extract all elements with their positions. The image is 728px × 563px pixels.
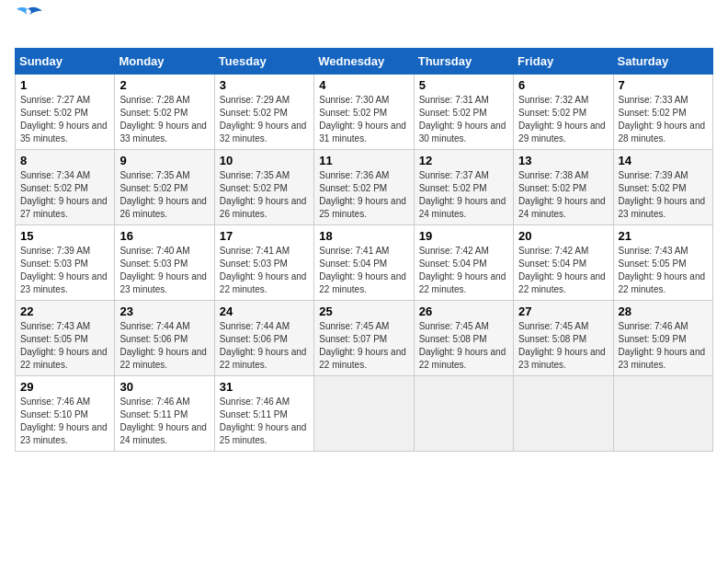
logo-bird-icon	[11, 2, 44, 35]
day-number: 2	[119, 78, 209, 92]
calendar-cell: 10 Sunrise: 7:35 AM Sunset: 5:02 PM Dayl…	[214, 150, 313, 225]
day-detail: Sunrise: 7:45 AM Sunset: 5:08 PM Dayligh…	[419, 321, 506, 370]
day-number: 28	[619, 304, 708, 318]
day-detail: Sunrise: 7:46 AM Sunset: 5:10 PM Dayligh…	[20, 396, 108, 445]
day-detail: Sunrise: 7:33 AM Sunset: 5:02 PM Dayligh…	[619, 95, 706, 144]
day-number: 18	[319, 229, 408, 243]
calendar-cell: 18 Sunrise: 7:41 AM Sunset: 5:04 PM Dayl…	[314, 225, 414, 301]
column-headers: SundayMondayTuesdayWednesdayThursdayFrid…	[16, 49, 713, 75]
day-detail: Sunrise: 7:46 AM Sunset: 5:11 PM Dayligh…	[220, 396, 307, 445]
day-detail: Sunrise: 7:44 AM Sunset: 5:06 PM Dayligh…	[119, 321, 207, 370]
day-number: 31	[220, 380, 309, 394]
day-number: 23	[119, 304, 209, 318]
day-detail: Sunrise: 7:39 AM Sunset: 5:02 PM Dayligh…	[619, 170, 706, 219]
calendar-cell: 20 Sunrise: 7:42 AM Sunset: 5:04 PM Dayl…	[514, 225, 613, 301]
day-detail: Sunrise: 7:42 AM Sunset: 5:04 PM Dayligh…	[518, 246, 606, 294]
col-header-sunday: Sunday	[16, 49, 115, 75]
day-detail: Sunrise: 7:35 AM Sunset: 5:02 PM Dayligh…	[220, 170, 307, 219]
calendar-cell: 5 Sunrise: 7:31 AM Sunset: 5:02 PM Dayli…	[414, 75, 513, 150]
day-detail: Sunrise: 7:41 AM Sunset: 5:03 PM Dayligh…	[220, 246, 307, 294]
day-number: 30	[119, 380, 209, 394]
day-number: 29	[20, 380, 109, 394]
calendar-cell: 8 Sunrise: 7:34 AM Sunset: 5:02 PM Dayli…	[16, 150, 115, 225]
day-detail: Sunrise: 7:43 AM Sunset: 5:05 PM Dayligh…	[619, 246, 706, 294]
day-detail: Sunrise: 7:44 AM Sunset: 5:06 PM Dayligh…	[220, 321, 307, 370]
week-row-5: 29 Sunrise: 7:46 AM Sunset: 5:10 PM Dayl…	[16, 376, 713, 452]
calendar-cell: 1 Sunrise: 7:27 AM Sunset: 5:02 PM Dayli…	[16, 75, 115, 150]
calendar-cell: 7 Sunrise: 7:33 AM Sunset: 5:02 PM Dayli…	[613, 75, 712, 150]
calendar-cell: 31 Sunrise: 7:46 AM Sunset: 5:11 PM Dayl…	[214, 376, 313, 452]
day-detail: Sunrise: 7:34 AM Sunset: 5:02 PM Dayligh…	[20, 170, 108, 219]
day-number: 27	[518, 304, 608, 318]
day-detail: Sunrise: 7:31 AM Sunset: 5:02 PM Dayligh…	[419, 95, 506, 144]
day-number: 11	[319, 154, 408, 167]
day-detail: Sunrise: 7:37 AM Sunset: 5:02 PM Dayligh…	[419, 170, 506, 219]
day-number: 7	[619, 78, 708, 92]
day-detail: Sunrise: 7:39 AM Sunset: 5:03 PM Dayligh…	[20, 246, 108, 294]
calendar-cell: 30 Sunrise: 7:46 AM Sunset: 5:11 PM Dayl…	[115, 376, 214, 452]
calendar-cell: 27 Sunrise: 7:45 AM Sunset: 5:08 PM Dayl…	[514, 301, 613, 376]
calendar-table: SundayMondayTuesdayWednesdayThursdayFrid…	[15, 48, 713, 452]
col-header-monday: Monday	[115, 49, 214, 75]
day-detail: Sunrise: 7:45 AM Sunset: 5:08 PM Dayligh…	[518, 321, 606, 370]
day-number: 25	[319, 304, 408, 318]
calendar-cell: 9 Sunrise: 7:35 AM Sunset: 5:02 PM Dayli…	[115, 150, 214, 225]
day-number: 8	[20, 154, 109, 167]
calendar-cell: 13 Sunrise: 7:38 AM Sunset: 5:02 PM Dayl…	[514, 150, 613, 225]
calendar-cell	[613, 376, 712, 452]
day-detail: Sunrise: 7:32 AM Sunset: 5:02 PM Dayligh…	[518, 95, 606, 144]
day-detail: Sunrise: 7:38 AM Sunset: 5:02 PM Dayligh…	[518, 170, 606, 219]
day-number: 5	[419, 78, 508, 92]
calendar-cell	[314, 376, 414, 452]
day-detail: Sunrise: 7:42 AM Sunset: 5:04 PM Dayligh…	[419, 246, 506, 294]
col-header-thursday: Thursday	[414, 49, 513, 75]
day-number: 17	[220, 229, 309, 243]
calendar-cell: 22 Sunrise: 7:43 AM Sunset: 5:05 PM Dayl…	[16, 301, 115, 376]
day-detail: Sunrise: 7:46 AM Sunset: 5:09 PM Dayligh…	[619, 321, 706, 370]
day-number: 12	[419, 154, 508, 167]
calendar-cell: 17 Sunrise: 7:41 AM Sunset: 5:03 PM Dayl…	[214, 225, 313, 301]
day-number: 16	[119, 229, 209, 243]
calendar-cell: 2 Sunrise: 7:28 AM Sunset: 5:02 PM Dayli…	[115, 75, 214, 150]
day-detail: Sunrise: 7:41 AM Sunset: 5:04 PM Dayligh…	[319, 246, 406, 294]
week-row-3: 15 Sunrise: 7:39 AM Sunset: 5:03 PM Dayl…	[16, 225, 713, 301]
day-detail: Sunrise: 7:29 AM Sunset: 5:02 PM Dayligh…	[220, 95, 307, 144]
day-number: 19	[419, 229, 508, 243]
calendar-cell: 12 Sunrise: 7:37 AM Sunset: 5:02 PM Dayl…	[414, 150, 513, 225]
calendar-cell	[414, 376, 513, 452]
day-number: 9	[119, 154, 209, 167]
calendar-cell: 29 Sunrise: 7:46 AM Sunset: 5:10 PM Dayl…	[16, 376, 115, 452]
day-number: 14	[619, 154, 708, 167]
calendar-cell: 23 Sunrise: 7:44 AM Sunset: 5:06 PM Dayl…	[115, 301, 214, 376]
day-number: 20	[518, 229, 608, 243]
day-detail: Sunrise: 7:35 AM Sunset: 5:02 PM Dayligh…	[119, 170, 207, 219]
day-detail: Sunrise: 7:36 AM Sunset: 5:02 PM Dayligh…	[319, 170, 406, 219]
day-number: 21	[619, 229, 708, 243]
calendar-cell: 6 Sunrise: 7:32 AM Sunset: 5:02 PM Dayli…	[514, 75, 613, 150]
week-row-2: 8 Sunrise: 7:34 AM Sunset: 5:02 PM Dayli…	[16, 150, 713, 225]
calendar-cell: 21 Sunrise: 7:43 AM Sunset: 5:05 PM Dayl…	[613, 225, 712, 301]
day-number: 24	[220, 304, 309, 318]
day-detail: Sunrise: 7:28 AM Sunset: 5:02 PM Dayligh…	[119, 95, 207, 144]
day-detail: Sunrise: 7:43 AM Sunset: 5:05 PM Dayligh…	[20, 321, 108, 370]
calendar-cell: 24 Sunrise: 7:44 AM Sunset: 5:06 PM Dayl…	[214, 301, 313, 376]
calendar-cell: 11 Sunrise: 7:36 AM Sunset: 5:02 PM Dayl…	[314, 150, 414, 225]
day-number: 3	[220, 78, 309, 92]
page-header	[15, 15, 713, 39]
week-row-4: 22 Sunrise: 7:43 AM Sunset: 5:05 PM Dayl…	[16, 301, 713, 376]
calendar-cell: 15 Sunrise: 7:39 AM Sunset: 5:03 PM Dayl…	[16, 225, 115, 301]
day-detail: Sunrise: 7:27 AM Sunset: 5:02 PM Dayligh…	[20, 95, 108, 144]
day-number: 6	[518, 78, 608, 92]
col-header-saturday: Saturday	[613, 49, 712, 75]
calendar-cell: 25 Sunrise: 7:45 AM Sunset: 5:07 PM Dayl…	[314, 301, 414, 376]
logo	[15, 15, 44, 39]
day-detail: Sunrise: 7:30 AM Sunset: 5:02 PM Dayligh…	[319, 95, 406, 144]
calendar-cell: 3 Sunrise: 7:29 AM Sunset: 5:02 PM Dayli…	[214, 75, 313, 150]
day-number: 22	[20, 304, 109, 318]
calendar-cell: 19 Sunrise: 7:42 AM Sunset: 5:04 PM Dayl…	[414, 225, 513, 301]
day-number: 26	[419, 304, 508, 318]
calendar-cell	[514, 376, 613, 452]
day-detail: Sunrise: 7:40 AM Sunset: 5:03 PM Dayligh…	[119, 246, 207, 294]
day-number: 13	[518, 154, 608, 167]
calendar-cell: 28 Sunrise: 7:46 AM Sunset: 5:09 PM Dayl…	[613, 301, 712, 376]
